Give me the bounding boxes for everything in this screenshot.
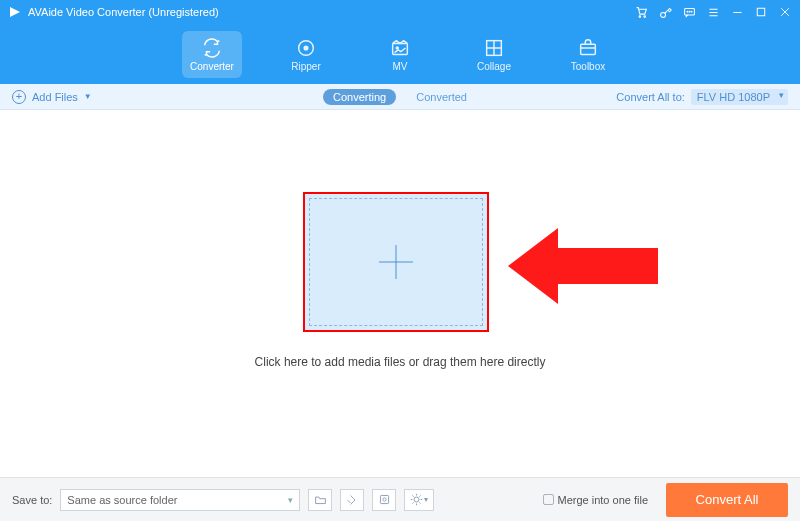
plus-circle-icon: + [12,90,26,104]
merge-label: Merge into one file [558,494,649,506]
mode-ripper[interactable]: Ripper [276,31,336,78]
save-to-label: Save to: [12,494,52,506]
convert-all-button[interactable]: Convert All [666,483,788,517]
mode-collage[interactable]: Collage [464,31,524,78]
svg-point-2 [643,15,645,17]
collage-icon [483,37,505,59]
svg-point-18 [414,497,419,502]
annotation-arrow [508,216,668,316]
open-folder-button[interactable] [308,489,332,511]
mode-label: Toolbox [571,61,605,72]
title-bar: AVAide Video Converter (Unregistered) [0,0,800,24]
close-icon[interactable] [778,5,792,19]
svg-rect-8 [757,8,765,16]
key-icon[interactable] [658,5,672,19]
footer-bar: Save to: Same as source folder ▾ Merge i… [0,477,800,521]
plus-icon [379,245,413,279]
window-title: AVAide Video Converter (Unregistered) [28,6,634,18]
dropzone-hint: Click here to add media files or drag th… [0,355,800,369]
save-to-select[interactable]: Same as source folder [60,489,300,511]
svg-marker-0 [10,7,20,17]
add-files-button[interactable]: + Add Files ▼ [12,90,92,104]
feedback-icon[interactable] [682,5,696,19]
svg-point-5 [687,11,688,12]
toolbar: + Add Files ▼ Converting Converted Conve… [0,84,800,110]
app-logo-icon [8,5,22,19]
svg-point-7 [691,11,692,12]
tab-converting[interactable]: Converting [323,89,396,105]
menu-icon[interactable] [706,5,720,19]
mode-bar: Converter Ripper MV Collage Toolbox [0,24,800,84]
svg-point-6 [689,11,690,12]
settings-button[interactable]: ▾ [404,489,434,511]
status-tabs: Converting Converted [323,89,477,105]
maximize-icon[interactable] [754,5,768,19]
mode-label: MV [393,61,408,72]
mode-converter[interactable]: Converter [182,31,242,78]
svg-point-12 [396,46,398,48]
checkbox-icon [543,494,554,505]
chevron-down-icon: ▼ [84,92,92,101]
mode-label: Ripper [291,61,320,72]
add-media-dropzone[interactable] [303,192,489,332]
toolbox-icon [577,37,599,59]
save-to-value: Same as source folder [67,494,177,506]
speed-button[interactable] [340,489,364,511]
mode-mv[interactable]: MV [370,31,430,78]
tab-converted[interactable]: Converted [406,89,477,105]
add-files-label: Add Files [32,91,78,103]
convert-all-label: Convert All to: [616,91,684,103]
workspace: Click here to add media files or drag th… [0,110,800,477]
mode-label: Collage [477,61,511,72]
svg-point-10 [304,46,308,50]
svg-rect-14 [581,44,596,54]
mode-toolbox[interactable]: Toolbox [558,31,618,78]
svg-point-1 [639,15,641,17]
svg-rect-16 [380,495,388,503]
svg-marker-15 [508,228,658,304]
mode-label: Converter [190,61,234,72]
converter-icon [201,37,223,59]
mv-icon [389,37,411,59]
output-format-select[interactable]: FLV HD 1080P [691,89,788,105]
minimize-icon[interactable] [730,5,744,19]
ripper-icon [295,37,317,59]
svg-point-17 [383,498,386,501]
merge-checkbox[interactable]: Merge into one file [543,494,649,506]
gpu-button[interactable] [372,489,396,511]
cart-icon[interactable] [634,5,648,19]
